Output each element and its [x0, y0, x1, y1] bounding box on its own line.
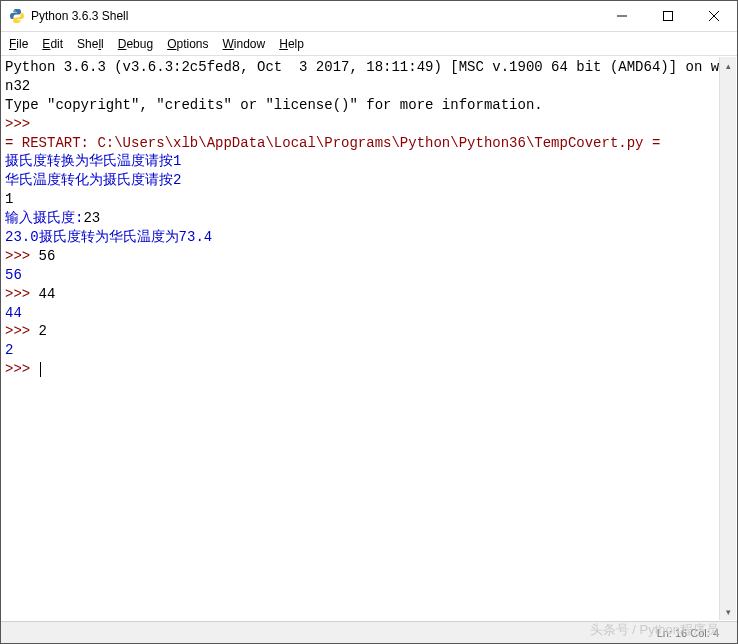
titlebar: Python 3.6.3 Shell [1, 1, 737, 32]
console-area[interactable]: Python 3.6.3 (v3.6.3:2c5fed8, Oct 3 2017… [1, 56, 737, 621]
user-input: 2 [39, 323, 47, 339]
menu-options[interactable]: Options [167, 37, 208, 51]
menu-shell[interactable]: Shell [77, 37, 104, 51]
prompt-celsius: 输入摄氏度: [5, 210, 83, 226]
result-line: 23.0摄氏度转为华氏温度为73.4 [5, 229, 212, 245]
statusbar: Ln: 16 Col: 4 [1, 621, 737, 643]
prompt: >>> [5, 323, 39, 339]
output: 2 [5, 342, 13, 358]
user-input: 56 [39, 248, 56, 264]
minimize-button[interactable] [599, 1, 645, 31]
maximize-button[interactable] [645, 1, 691, 31]
menubar: File Edit Shell Debug Options Window Hel… [1, 32, 737, 56]
header-line-2: Type "copyright", "credits" or "license(… [5, 97, 543, 113]
text-cursor [40, 362, 41, 377]
menu-window[interactable]: Window [223, 37, 266, 51]
scroll-up-button[interactable]: ▴ [720, 57, 736, 74]
cursor-position: Ln: 16 Col: 4 [657, 627, 719, 639]
menu-help[interactable]: Help [279, 37, 304, 51]
menu-file[interactable]: File [9, 37, 28, 51]
output: 44 [5, 305, 22, 321]
user-input-celsius: 23 [83, 210, 100, 226]
menu-debug[interactable]: Debug [118, 37, 153, 51]
output-c2f: 摄氏度转换为华氏温度请按1 [5, 153, 181, 169]
window-controls [599, 1, 737, 31]
scroll-down-button[interactable]: ▾ [720, 603, 736, 620]
header-line-1: Python 3.6.3 (v3.6.3:2c5fed8, Oct 3 2017… [5, 59, 728, 94]
user-input: 44 [39, 286, 56, 302]
user-input-choice: 1 [5, 191, 13, 207]
output: 56 [5, 267, 22, 283]
output-f2c: 华氏温度转化为摄氏度请按2 [5, 172, 181, 188]
prompt: >>> [5, 361, 39, 377]
prompt: >>> [5, 248, 39, 264]
menu-edit[interactable]: Edit [42, 37, 63, 51]
restart-line: = RESTART: C:\Users\xlb\AppData\Local\Pr… [5, 135, 660, 151]
close-button[interactable] [691, 1, 737, 31]
prompt: >>> [5, 286, 39, 302]
python-icon [9, 8, 25, 24]
prompt: >>> [5, 116, 39, 132]
svg-rect-1 [664, 12, 673, 21]
vertical-scrollbar[interactable]: ▴ ▾ [719, 57, 736, 620]
window-title: Python 3.6.3 Shell [31, 9, 599, 23]
